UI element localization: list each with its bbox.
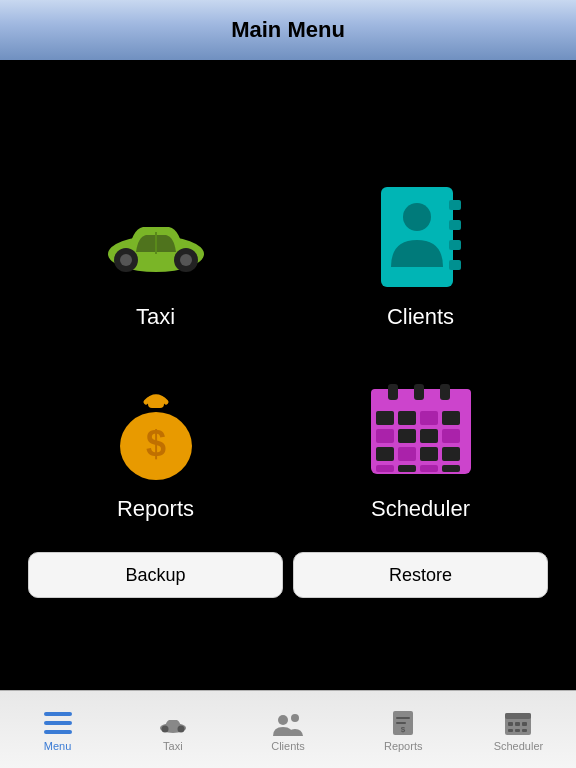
scheduler-tab-icon bbox=[503, 709, 533, 737]
menu-item-scheduler[interactable]: Scheduler bbox=[293, 354, 548, 536]
svg-rect-9 bbox=[449, 240, 461, 250]
svg-rect-24 bbox=[376, 429, 394, 443]
reports-tab-icon: $ bbox=[388, 709, 418, 737]
svg-rect-36 bbox=[44, 712, 72, 716]
svg-rect-55 bbox=[522, 729, 527, 732]
svg-point-43 bbox=[291, 714, 299, 722]
tab-menu-label: Menu bbox=[44, 740, 72, 752]
svg-rect-18 bbox=[414, 384, 424, 400]
tab-scheduler-label: Scheduler bbox=[494, 740, 544, 752]
svg-rect-45 bbox=[396, 717, 410, 719]
header: Main Menu bbox=[0, 0, 576, 60]
restore-button[interactable]: Restore bbox=[293, 552, 548, 598]
svg-rect-29 bbox=[398, 447, 416, 461]
scheduler-label: Scheduler bbox=[371, 496, 470, 522]
menu-item-clients[interactable]: Clients bbox=[293, 162, 548, 344]
svg-rect-54 bbox=[515, 729, 520, 732]
taxi-label: Taxi bbox=[136, 304, 175, 330]
menu-item-reports[interactable]: $ Reports bbox=[28, 354, 283, 536]
action-row: Backup Restore bbox=[28, 552, 548, 598]
svg-rect-21 bbox=[398, 411, 416, 425]
menu-item-taxi[interactable]: Taxi bbox=[28, 162, 283, 344]
svg-point-11 bbox=[403, 203, 431, 231]
main-content: Taxi Clients bbox=[0, 60, 576, 690]
svg-text:$: $ bbox=[401, 725, 406, 734]
reports-label: Reports bbox=[117, 496, 194, 522]
svg-rect-33 bbox=[398, 465, 416, 472]
tab-taxi[interactable]: Taxi bbox=[115, 691, 230, 768]
svg-rect-50 bbox=[508, 722, 513, 726]
clients-tab-icon bbox=[273, 709, 303, 737]
tab-clients-label: Clients bbox=[271, 740, 305, 752]
page-title: Main Menu bbox=[231, 17, 345, 43]
svg-rect-27 bbox=[442, 429, 460, 443]
taxi-tab-icon bbox=[158, 709, 188, 737]
svg-rect-17 bbox=[388, 384, 398, 400]
svg-rect-35 bbox=[442, 465, 460, 472]
tab-reports[interactable]: $ Reports bbox=[346, 691, 461, 768]
calendar-icon bbox=[361, 374, 481, 484]
svg-rect-53 bbox=[508, 729, 513, 732]
svg-rect-38 bbox=[44, 730, 72, 734]
svg-text:$: $ bbox=[145, 423, 165, 464]
svg-rect-32 bbox=[376, 465, 394, 472]
svg-point-4 bbox=[180, 254, 192, 266]
svg-rect-34 bbox=[420, 465, 438, 472]
svg-rect-19 bbox=[440, 384, 450, 400]
svg-rect-7 bbox=[449, 200, 461, 210]
svg-rect-10 bbox=[449, 260, 461, 270]
svg-rect-23 bbox=[442, 411, 460, 425]
svg-rect-20 bbox=[376, 411, 394, 425]
svg-rect-6 bbox=[381, 187, 453, 287]
svg-point-41 bbox=[177, 726, 184, 733]
svg-rect-12 bbox=[148, 396, 164, 408]
svg-rect-26 bbox=[420, 429, 438, 443]
svg-rect-46 bbox=[396, 722, 406, 724]
backup-button[interactable]: Backup bbox=[28, 552, 283, 598]
svg-rect-22 bbox=[420, 411, 438, 425]
clients-label: Clients bbox=[387, 304, 454, 330]
svg-point-2 bbox=[120, 254, 132, 266]
svg-rect-31 bbox=[442, 447, 460, 461]
svg-rect-37 bbox=[44, 721, 72, 725]
svg-point-40 bbox=[161, 726, 168, 733]
svg-rect-51 bbox=[515, 722, 520, 726]
menu-tab-icon bbox=[43, 709, 73, 737]
svg-rect-52 bbox=[522, 722, 527, 726]
money-bag-icon: $ bbox=[96, 374, 216, 484]
tab-scheduler[interactable]: Scheduler bbox=[461, 691, 576, 768]
svg-rect-25 bbox=[398, 429, 416, 443]
svg-rect-30 bbox=[420, 447, 438, 461]
tab-bar: Menu Taxi Clients bbox=[0, 690, 576, 768]
contacts-icon bbox=[361, 182, 481, 292]
tab-menu[interactable]: Menu bbox=[0, 691, 115, 768]
svg-rect-8 bbox=[449, 220, 461, 230]
tab-reports-label: Reports bbox=[384, 740, 423, 752]
svg-point-42 bbox=[278, 715, 288, 725]
svg-rect-28 bbox=[376, 447, 394, 461]
svg-rect-49 bbox=[505, 713, 531, 719]
tab-taxi-label: Taxi bbox=[163, 740, 183, 752]
car-icon bbox=[96, 182, 216, 292]
tab-clients[interactable]: Clients bbox=[230, 691, 345, 768]
menu-grid: Taxi Clients bbox=[28, 162, 548, 536]
